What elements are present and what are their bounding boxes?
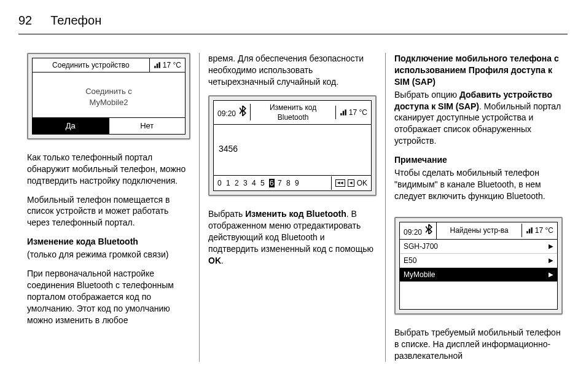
screen-title: Найдены устр-ва xyxy=(437,224,521,237)
column-2: время. Для обеспечения безопасности необ… xyxy=(199,53,385,362)
screen-time: 09:20 xyxy=(214,104,251,120)
page-number: 92 xyxy=(18,12,32,29)
list-item[interactable]: MyMobile ▶ xyxy=(400,268,557,282)
column-3: Подключение мобильного телефона с исполь… xyxy=(385,53,571,362)
digit-strip[interactable]: 0 1 2 3 4 5 6 7 8 9 xyxy=(214,176,331,190)
connect-line1: Соединить с xyxy=(35,86,182,97)
screen-temp: 17 °C xyxy=(149,58,185,72)
body-text: Выбрать опцию Добавить устройство доступ… xyxy=(394,89,563,147)
connect-line2: MyMobile2 xyxy=(35,97,182,108)
play-icon: ▶ xyxy=(549,256,553,265)
body-text: Выбрать Изменить код Bluetooth. В отобра… xyxy=(208,208,377,266)
no-button[interactable]: Нет xyxy=(109,118,186,134)
device-connect: Соединить устройство 17 °C Соединить с M… xyxy=(27,53,190,139)
signal-icon xyxy=(526,227,533,234)
device-change-code: 09:20 Изменить код Bluetooth 17 °C 3456 xyxy=(208,95,377,197)
note-heading: Примечание xyxy=(394,155,447,165)
ok-label: OK xyxy=(357,178,367,188)
bluetooth-icon xyxy=(239,106,246,113)
signal-icon xyxy=(340,109,347,116)
bluetooth-icon xyxy=(425,224,432,232)
subheading: Подключение мобильного телефона с исполь… xyxy=(394,53,559,87)
body-text: Выбрать требуемый мобильный телефон в сп… xyxy=(394,327,563,362)
screen-temp: 17 °C xyxy=(522,224,557,237)
right-arrow-icon: ◂ xyxy=(348,179,354,187)
left-arrow-icon: ◂◂ xyxy=(335,179,345,187)
code-value: 3456 xyxy=(219,143,366,155)
body-text: время. Для обеспечения безопасности необ… xyxy=(208,53,377,88)
screen-temp: 17 °C xyxy=(335,106,371,119)
yes-button[interactable]: Да xyxy=(33,118,109,134)
play-icon: ▶ xyxy=(549,270,553,279)
signal-icon xyxy=(154,61,161,69)
column-1: Соединить устройство 17 °C Соединить с M… xyxy=(18,53,199,362)
screen-title: Изменить код Bluetooth xyxy=(251,101,335,124)
body-text: Мобильный телефон помещается в список ус… xyxy=(27,194,190,229)
body-text: При первоначальной настройке соединения … xyxy=(27,268,190,326)
page-title: Телефон xyxy=(50,12,101,29)
play-icon: ▶ xyxy=(549,242,553,251)
page-header: 92 Телефон xyxy=(18,12,568,34)
list-item[interactable]: E50 ▶ xyxy=(400,254,557,268)
body-text: (только для режима громкой связи) xyxy=(27,249,190,261)
screen-time: 09:20 xyxy=(400,222,437,239)
subheading: Изменение кода Bluetooth xyxy=(27,237,138,246)
list-item[interactable]: SGH-J700 ▶ xyxy=(400,240,557,254)
note-text: Чтобы сделать мобильный телефон "видимым… xyxy=(394,167,563,202)
device-found-list: 09:20 Найдены устр-ва 17 °C SGH-J700 ▶ xyxy=(394,217,563,315)
screen-title: Соединить устройство xyxy=(33,58,149,72)
body-text: Как только телефонный портал обнаружит м… xyxy=(27,152,190,187)
ok-cell[interactable]: ◂◂ ◂ OK xyxy=(331,176,371,190)
